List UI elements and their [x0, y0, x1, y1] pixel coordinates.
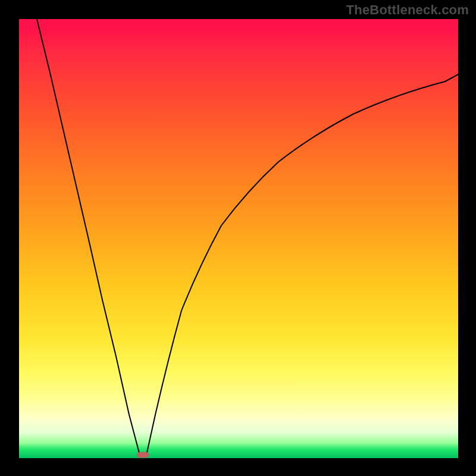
- left-branch-line: [37, 19, 140, 455]
- curve-group: [37, 19, 458, 458]
- plot-area: [19, 19, 458, 458]
- right-branch-curve: [146, 74, 458, 455]
- minimum-marker: [137, 452, 149, 458]
- chart-frame: TheBottleneck.com: [0, 0, 476, 476]
- curve-svg: [19, 19, 458, 458]
- watermark-text: TheBottleneck.com: [346, 2, 469, 18]
